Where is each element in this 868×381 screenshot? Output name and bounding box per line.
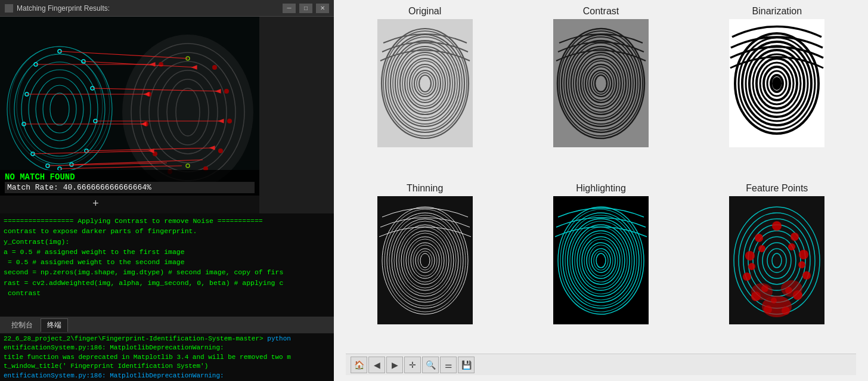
fp-card-feature-points: Feature Points xyxy=(698,183,856,354)
cmd-line: t_window_title(' Fingerprint Identificat… xyxy=(4,362,330,371)
svg-point-158 xyxy=(755,234,763,242)
console-output: ================= Applying Contrast to r… xyxy=(0,213,334,317)
home-button[interactable]: 🏠 xyxy=(351,357,367,373)
window-titlebar: Matching Fingerprint Results: ─ □ ✕ xyxy=(0,0,334,17)
console-line: contrast xyxy=(4,288,330,298)
fingerprint-visualization: From database f xyxy=(0,17,259,196)
svg-point-110 xyxy=(772,77,782,90)
fp-card-highlighting: Highlighting xyxy=(522,183,680,354)
svg-point-163 xyxy=(802,271,811,280)
svg-point-161 xyxy=(799,250,808,259)
svg-point-160 xyxy=(745,251,755,261)
fp-card-original: Original xyxy=(346,6,504,177)
zoom-button[interactable]: 🔍 xyxy=(422,357,439,373)
save-button[interactable]: 💾 xyxy=(458,357,475,373)
svg-point-22 xyxy=(122,35,253,190)
svg-point-34 xyxy=(227,119,232,123)
console-line: rast = cv2.addWeighted(img, alpha, img_s… xyxy=(4,278,330,288)
fp-image-highlighting xyxy=(553,196,649,324)
fp-card-contrast: Contrast xyxy=(522,6,680,177)
match-status-overlay: NO MATCH FOUND Match Rate: 40.6666666666… xyxy=(0,170,259,196)
fingerprint-grid: Original xyxy=(346,6,856,354)
cmd-line: 22_6_28_project_2\finger\Fingerprint-Ide… xyxy=(4,334,330,343)
fp-image-binarization xyxy=(729,19,824,147)
console-line: contrast to expose darker parts of finge… xyxy=(4,226,330,236)
fp-label-binarization: Binarization xyxy=(752,6,802,17)
fp-label-original: Original xyxy=(408,6,441,17)
svg-point-162 xyxy=(743,272,751,281)
svg-rect-80 xyxy=(553,19,649,147)
svg-point-176 xyxy=(751,283,773,300)
svg-point-169 xyxy=(788,243,795,250)
fp-label-thinning: Thinning xyxy=(407,183,443,194)
svg-point-157 xyxy=(772,221,782,231)
svg-point-159 xyxy=(790,233,799,241)
tab-console[interactable]: 控制台 xyxy=(5,318,39,332)
right-panel: Original xyxy=(334,0,868,381)
console-line: a = 0.5 # assigned weight to the first i… xyxy=(4,247,330,257)
console-line: ================= Applying Contrast to r… xyxy=(4,216,330,226)
fp-image-thinning xyxy=(377,196,473,324)
svg-point-170 xyxy=(748,263,755,270)
left-panel: Matching Fingerprint Results: ─ □ ✕ xyxy=(0,0,334,381)
window-title: Matching Fingerprint Results: xyxy=(17,4,283,13)
settings-button[interactable]: ⚌ xyxy=(440,357,457,373)
window-controls: ─ □ ✕ xyxy=(283,4,329,13)
svg-rect-62 xyxy=(377,19,473,147)
fp-card-binarization: Binarization xyxy=(698,6,856,177)
console-line: = 0.5 # assigned weight to the second im… xyxy=(4,257,330,267)
fp-image-original xyxy=(377,19,473,147)
crosshair-icon: + xyxy=(92,198,99,210)
restore-button[interactable]: □ xyxy=(299,4,312,13)
fp-image-contrast xyxy=(553,19,649,147)
fp-label-highlighting: Highlighting xyxy=(576,183,626,194)
window-icon xyxy=(5,4,13,13)
fp-label-contrast: Contrast xyxy=(583,6,619,17)
fp-label-feature-points: Feature Points xyxy=(746,183,808,194)
console-line: second = np.zeros(img.shape, img.dtype) … xyxy=(4,267,330,277)
fp-image-feature-points xyxy=(729,196,824,324)
fp-card-thinning: Thinning xyxy=(346,183,504,354)
pan-button[interactable]: ✛ xyxy=(404,357,421,373)
close-button[interactable]: ✕ xyxy=(316,4,329,13)
forward-button[interactable]: ▶ xyxy=(386,357,403,373)
match-found-text: NO MATCH FOUND xyxy=(5,172,255,182)
cmd-line: entificationSystem.py:186: MatplotlibDep… xyxy=(4,343,330,352)
match-window: From database f NO MATCH FOUND Match Rat… xyxy=(0,17,259,213)
matplotlib-toolbar: 🏠 ◀ ▶ ✛ 🔍 ⚌ 💾 xyxy=(346,354,856,375)
cmd-line: entificationSystem.py:186: MatplotlibDep… xyxy=(4,371,330,380)
svg-point-30 xyxy=(212,65,217,70)
bottom-tabs: 控制台 终端 xyxy=(0,317,334,333)
svg-point-29 xyxy=(159,62,163,67)
svg-point-171 xyxy=(798,261,805,268)
back-button[interactable]: ◀ xyxy=(368,357,385,373)
cmd-line: title function was deprecated in Matplot… xyxy=(4,353,330,362)
svg-point-177 xyxy=(781,280,802,297)
svg-point-36 xyxy=(218,148,223,153)
tab-terminal[interactable]: 终端 xyxy=(41,318,68,332)
console-line: y_Contrast(img): xyxy=(4,237,330,247)
minimize-button[interactable]: ─ xyxy=(283,4,296,13)
match-rate-text: Match Rate: 40.666666666666664% xyxy=(5,182,255,193)
cmd-output: 22_6_28_project_2\finger\Fingerprint-Ide… xyxy=(0,333,334,381)
svg-point-168 xyxy=(758,245,765,252)
svg-point-32 xyxy=(224,89,229,94)
